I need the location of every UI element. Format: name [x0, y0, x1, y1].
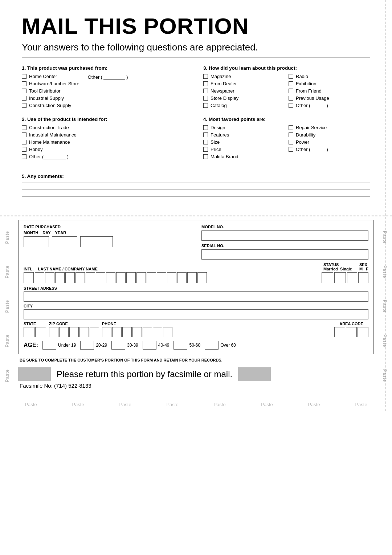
checkbox[interactable]	[22, 147, 26, 152]
name-cell[interactable]	[177, 272, 187, 283]
checkbox[interactable]	[289, 132, 293, 137]
age-checkbox-20-29[interactable]	[80, 341, 94, 350]
q3-item-7[interactable]: Exhibition	[289, 81, 370, 86]
f-box[interactable]	[358, 272, 368, 283]
phone-box[interactable]	[132, 327, 142, 337]
area-code-box-2[interactable]	[346, 327, 357, 337]
q4-item-3[interactable]: Size	[203, 139, 285, 145]
q4-item-7[interactable]: Durability	[289, 132, 370, 138]
name-cell[interactable]	[65, 272, 75, 283]
age-checkbox-50-60[interactable]	[173, 341, 187, 350]
q3-item-3[interactable]: Newspaper	[203, 88, 285, 94]
m-box[interactable]	[347, 272, 357, 283]
checkbox[interactable]	[289, 147, 293, 152]
zip-box[interactable]	[49, 327, 58, 337]
q3-item-5[interactable]: Catalog	[203, 103, 285, 108]
zip-box[interactable]	[59, 327, 69, 337]
checkbox[interactable]	[289, 125, 293, 130]
name-cell[interactable]	[55, 272, 65, 283]
checkbox[interactable]	[203, 81, 208, 86]
intl-box[interactable]	[24, 272, 34, 283]
area-code-box-1[interactable]	[334, 327, 345, 337]
state-box-2[interactable]	[35, 327, 46, 337]
checkbox[interactable]	[203, 147, 208, 152]
q2-item-4[interactable]: Hobby	[22, 147, 189, 152]
checkbox[interactable]	[289, 140, 293, 144]
checkbox[interactable]	[22, 140, 26, 144]
q2-item-1[interactable]: Construction Trade	[22, 125, 189, 130]
q1-item-1[interactable]: Home Center	[22, 74, 79, 79]
name-cell[interactable]	[136, 272, 146, 283]
checkbox[interactable]	[203, 74, 208, 79]
checkbox[interactable]	[203, 154, 208, 159]
checkbox[interactable]	[203, 140, 208, 144]
checkbox[interactable]	[203, 125, 208, 130]
serial-no-box[interactable]	[201, 249, 368, 260]
age-checkbox-40-49[interactable]	[143, 341, 156, 350]
name-cell[interactable]	[157, 272, 166, 283]
name-cell[interactable]	[126, 272, 136, 283]
age-checkbox-under19[interactable]	[42, 341, 56, 350]
q1-item-2[interactable]: Hardware/Lumber Store	[22, 81, 79, 86]
city-box[interactable]	[24, 309, 368, 319]
q3-item-6[interactable]: Radio	[289, 74, 370, 79]
street-box[interactable]	[24, 291, 368, 302]
model-no-box[interactable]	[201, 230, 368, 241]
checkbox[interactable]	[203, 89, 208, 93]
q3-item-9[interactable]: Previous Usage	[289, 95, 370, 101]
age-checkbox-over60[interactable]	[205, 341, 219, 350]
age-over60[interactable]: Over 60	[205, 341, 236, 350]
name-cell[interactable]	[147, 272, 156, 283]
age-20-29[interactable]: 20-29	[80, 341, 107, 350]
q4-item-1[interactable]: Design	[203, 125, 285, 130]
q3-item-4[interactable]: Store Display	[203, 95, 285, 101]
checkbox[interactable]	[22, 81, 26, 86]
zip-box[interactable]	[69, 327, 79, 337]
phone-box[interactable]	[122, 327, 132, 337]
name-cell[interactable]	[86, 272, 95, 283]
q3-item-10[interactable]: Other ( )	[289, 103, 370, 108]
name-cell[interactable]	[106, 272, 115, 283]
q1-item-5[interactable]: Construction Supply	[22, 103, 79, 108]
area-code-box-3[interactable]	[358, 327, 368, 337]
q4-item-9[interactable]: Other ( )	[289, 147, 370, 152]
age-under19[interactable]: Under 19	[42, 341, 76, 350]
name-cell[interactable]	[167, 272, 176, 283]
q2-item-3[interactable]: Home Maintenance	[22, 139, 189, 145]
checkbox[interactable]	[22, 74, 26, 79]
month-box[interactable]	[24, 236, 49, 247]
checkbox[interactable]	[22, 89, 26, 93]
q1-item-3[interactable]: Tool Distributor	[22, 88, 79, 94]
q3-item-1[interactable]: Magazine	[203, 74, 285, 79]
checkbox[interactable]	[203, 96, 208, 101]
checkbox[interactable]	[22, 132, 26, 137]
single-box[interactable]	[334, 272, 346, 283]
q3-item-8[interactable]: From Friend	[289, 88, 370, 94]
name-cell[interactable]	[96, 272, 105, 283]
checkbox[interactable]	[22, 154, 26, 159]
phone-box[interactable]	[112, 327, 122, 337]
name-cell[interactable]	[75, 272, 85, 283]
q1-item-4[interactable]: Industrial Supply	[22, 95, 79, 101]
married-box[interactable]	[322, 272, 333, 283]
zip-box[interactable]	[90, 327, 99, 337]
name-cell[interactable]	[45, 272, 54, 283]
checkbox[interactable]	[22, 96, 26, 101]
checkbox[interactable]	[289, 103, 293, 108]
q4-item-5[interactable]: Makita Brand	[203, 154, 285, 159]
day-box[interactable]	[52, 236, 77, 247]
checkbox[interactable]	[289, 89, 293, 93]
q2-item-5[interactable]: Other ( )	[22, 154, 189, 159]
q2-item-2[interactable]: Industrial Maintenance	[22, 132, 189, 138]
q4-item-2[interactable]: Features	[203, 132, 285, 138]
phone-box[interactable]	[153, 327, 162, 337]
age-50-60[interactable]: 50-60	[173, 341, 200, 350]
checkbox[interactable]	[22, 103, 26, 108]
age-40-49[interactable]: 40-49	[143, 341, 170, 350]
name-cell[interactable]	[197, 272, 207, 283]
age-checkbox-30-39[interactable]	[111, 341, 125, 350]
checkbox[interactable]	[289, 96, 293, 101]
checkbox[interactable]	[289, 81, 293, 86]
checkbox[interactable]	[289, 74, 293, 79]
q3-item-2[interactable]: From Dealer	[203, 81, 285, 86]
